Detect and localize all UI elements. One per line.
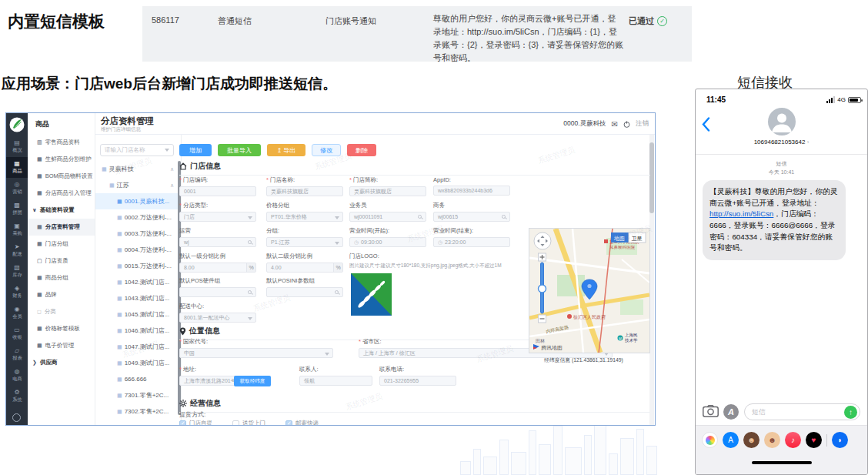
sidebar-item[interactable]: ❯ 供应商 [28,354,95,371]
tree-node[interactable]: ▦ 0002.万达便利-... [95,209,178,226]
branch-type-select[interactable]: 门店 [179,212,256,222]
tree-node[interactable]: ▦ 1046.测试门店... [95,323,178,339]
sidebar-item[interactable]: ▦ 品牌 [28,286,95,303]
sidebar-item[interactable]: ▦ 分店商品引入管理 [28,185,95,202]
rail-item[interactable]: ◉ 会员 [6,303,28,323]
sidebar-item[interactable]: ∨ 基础资料设置 [28,202,95,219]
add-button[interactable]: 增加 [179,144,212,156]
message-input[interactable]: 短信 ↑ [744,403,860,420]
sidebar-item[interactable]: ▥ 零售商品资料 [28,134,95,151]
pickup-checkbox[interactable]: 邮寄快递 [285,420,319,426]
tel-input[interactable]: 021-32265955 [379,376,456,386]
current-user[interactable]: 0000.灵蕨科技 [563,119,606,129]
tree-node[interactable]: ▦ 江苏 ∧ [95,177,178,193]
form-scrollbar-thumb[interactable] [649,142,654,213]
logout-link[interactable]: 注销 [636,119,649,129]
tree-node[interactable]: ▦ 1042.测试门店... [95,274,178,290]
salesman-input[interactable]: wj00011091 [349,212,426,222]
map-widget[interactable]: 复旦大学附属眼 耳鼻喉科医院 徐汇区人民政府 内环高架路 田林 M 上海民 技术… [529,228,650,353]
tree-node[interactable]: ▦ 0001.灵蕨科技... [95,193,178,209]
home-indicator[interactable] [752,461,812,464]
pos-ini-input[interactable] [266,287,343,297]
imessage-app-icon[interactable]: A [723,432,739,448]
rail-item[interactable]: ◎ 营销 [6,178,28,199]
send-button[interactable]: ↑ [844,406,857,419]
imessage-app-icon[interactable]: ☻ [764,432,780,448]
rate2-input[interactable]: 4.00% [266,263,343,273]
rail-item[interactable]: ▣ 采购 [6,219,28,240]
store-code-input[interactable]: 0001 [179,186,256,196]
imessage-app-icon[interactable]: ◗ [832,432,848,448]
mail-icon[interactable]: ✉ [612,120,618,129]
appid-input[interactable]: wx8b820933b244b3d6 [433,186,510,196]
tree-node[interactable]: ▦ 0003.万达便利-... [95,226,178,242]
sidebar-item[interactable]: ▦ BOM商品物料设置 [28,168,95,185]
sidebar-item[interactable]: ▦ 价格标签模板 [28,320,95,337]
country-select[interactable]: 中国 [179,348,333,358]
contact-input[interactable]: 领航 [299,376,372,386]
sms-template-row[interactable]: 586117 普通短信 门店账号通知 尊敬的用户您好，你的灵商云微+账号已开通，… [142,6,692,62]
avatar[interactable] [768,108,796,135]
store-logo-image[interactable] [351,273,392,316]
rate1-input[interactable]: 8.00% [179,263,256,273]
rail-item[interactable]: ▱ 报表 [6,344,28,365]
sidebar-item[interactable]: ▦ 商品分组 [28,269,95,286]
open-time-input[interactable]: ◷09:30:00 [349,237,426,247]
back-chevron-icon[interactable] [702,117,710,132]
tree-node[interactable]: ▦ 灵蕨科技 ∧ [95,161,178,177]
sidebar-item[interactable]: ▦ 门店分组 [28,236,95,253]
tree-node[interactable]: ▦ 7301.零售+2C... [95,387,178,403]
store-short-input[interactable]: 灵蕨科技旗舰店 [349,186,426,196]
pos-hw-input[interactable] [179,287,256,297]
sms-link[interactable]: http://suo.im/5liCsn [709,209,773,218]
imessage-app-icon[interactable]: ☻ [743,432,760,448]
rail-item[interactable]: ➤ 配送 [6,240,28,261]
tree-node[interactable]: ▦ 666.666 [95,371,178,387]
imessage-app-icon[interactable] [826,434,827,447]
batch-import-button[interactable]: 批量导入 [218,144,261,156]
imessage-app-icon[interactable]: ♥ [806,432,822,448]
sender-number[interactable]: 106946821053642 › [696,139,867,146]
store-name-input[interactable]: 灵蕨科技旗舰店 [266,186,343,196]
sidebar-item[interactable]: ▦ 电子价管理 [28,337,95,354]
rail-item[interactable]: ▤ 概况 [6,136,28,157]
tree-node[interactable]: ▦ 1049.测试门店... [95,355,178,371]
sidebar-item[interactable]: ◻ 分类 [28,303,95,320]
imessage-app-icon[interactable]: ♪ [785,432,801,448]
tree-node[interactable]: ▦ 7302.零售+2C... [95,403,178,420]
group-select[interactable]: P1.江苏 [266,237,343,247]
pickup-checkbox[interactable]: 门店自提 [179,420,212,426]
search-circle-icon[interactable] [12,413,21,422]
export-button[interactable]: ↥导出 [267,144,305,156]
rail-item[interactable]: ▧ 库存 [6,261,28,282]
rail-item[interactable]: ▭ 收银 [6,323,28,344]
tree-node[interactable]: ▦ 0004.万达便利-... [95,242,178,258]
tree-node[interactable]: ▦ 1043.测试门店... [95,290,178,306]
sidebar-item[interactable]: ▢ 门店资质 [28,253,95,269]
get-coordinates-button[interactable]: 获取经纬度 [234,376,271,386]
app-store-icon[interactable]: A [723,404,739,420]
rail-item[interactable]: ◈ 财务 [6,282,28,303]
operator-input[interactable]: wj [179,237,256,247]
delete-button[interactable]: 删除 [347,144,376,156]
imessage-app-icon[interactable] [702,432,718,448]
rail-item[interactable]: ◍ 电商 [6,365,28,386]
delivery-center-select[interactable]: 8001.第一配送中心 [179,313,256,323]
camera-icon[interactable] [703,405,719,417]
sidebar-item[interactable]: ▦ 生鲜商品分割维护 [28,151,95,168]
price-group-select[interactable]: PT01.华东价格 [266,212,343,222]
svg-text:上海民: 上海民 [625,333,638,338]
store-search-select[interactable]: 请输入门店名称 [100,144,174,156]
edit-button[interactable]: 修改 [312,144,341,156]
tree-node[interactable]: ▦ 1047.测试门店... [95,339,178,355]
sidebar-item[interactable]: ▦ 分店资料管理 [28,219,95,236]
tree-node[interactable]: ▦ 1045.测试门店... [95,306,178,323]
rail-item[interactable]: ▩ 拼团 [6,199,28,219]
tree-node[interactable]: ▦ 0015.万达便利-... [95,258,178,274]
rail-item[interactable]: ⚙ 系统 [6,386,28,406]
power-icon[interactable] [623,121,630,128]
business-input[interactable]: wj00615 [433,212,510,222]
pickup-checkbox[interactable]: 送货上门 [232,420,265,426]
close-time-input[interactable]: ◷23:20:00 [433,237,510,247]
rail-item[interactable]: ▦ 商品 [6,157,28,178]
